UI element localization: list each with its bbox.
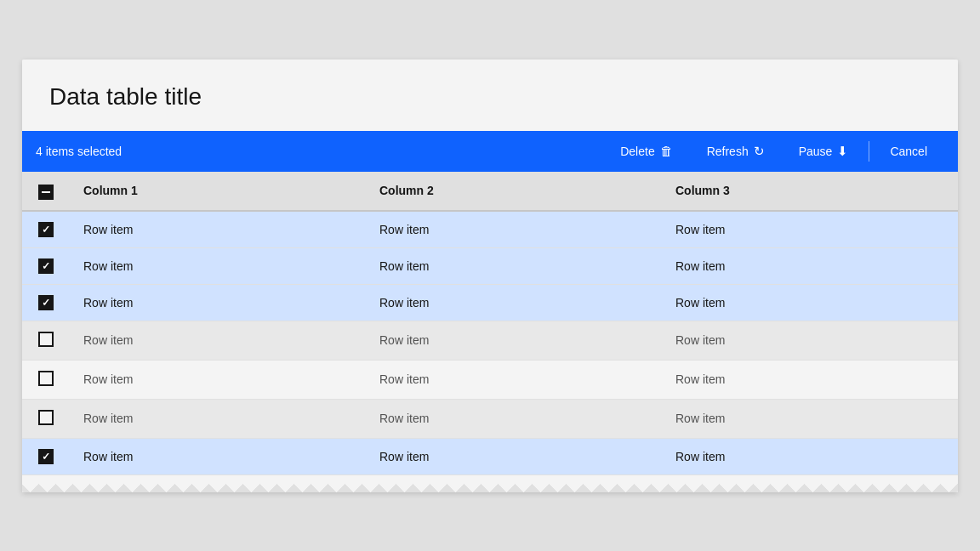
row-checkbox-cell[interactable] xyxy=(22,360,70,399)
delete-button[interactable]: Delete 🗑 xyxy=(603,131,689,172)
row-col1-cell: Row item xyxy=(70,211,366,248)
row-col2-cell: Row item xyxy=(366,247,662,284)
pause-label: Pause xyxy=(799,145,833,158)
row-col2-cell: Row item xyxy=(366,360,662,399)
cancel-label: Cancel xyxy=(890,145,927,158)
unchecked-checkbox[interactable] xyxy=(38,332,54,347)
delete-icon: 🗑 xyxy=(660,144,673,158)
row-col1-cell: Row item xyxy=(70,360,366,399)
row-col3-cell: Row item xyxy=(662,284,958,321)
checked-checkbox[interactable] xyxy=(38,449,54,464)
row-col2-cell: Row item xyxy=(366,321,662,360)
row-col2-cell: Row item xyxy=(366,211,662,248)
select-all-header[interactable] xyxy=(22,172,70,211)
row-col1-cell: Row item xyxy=(70,284,366,321)
table-row: Row itemRow itemRow item xyxy=(22,284,958,321)
row-col3-cell: Row item xyxy=(662,211,958,248)
row-col3-cell: Row item xyxy=(662,360,958,399)
data-table-card: Data table title 4 items selected Delete… xyxy=(22,60,958,492)
row-col1-cell: Row item xyxy=(70,321,366,360)
refresh-label: Refresh xyxy=(707,145,749,158)
row-col1-cell: Row item xyxy=(70,247,366,284)
unchecked-checkbox[interactable] xyxy=(38,410,54,425)
row-col3-cell: Row item xyxy=(662,321,958,360)
column-1-header: Column 1 xyxy=(70,172,366,211)
checked-checkbox[interactable] xyxy=(38,222,54,237)
row-col2-cell: Row item xyxy=(366,399,662,438)
table-row: Row itemRow itemRow item xyxy=(22,247,958,284)
table-row: Row itemRow itemRow item xyxy=(22,211,958,248)
table-row: Row itemRow itemRow item xyxy=(22,360,958,399)
row-col1-cell: Row item xyxy=(70,438,366,474)
pause-button[interactable]: Pause ⬇ xyxy=(782,131,866,172)
row-checkbox-cell[interactable] xyxy=(22,284,70,321)
indeterminate-checkbox[interactable] xyxy=(38,185,54,200)
row-col2-cell: Row item xyxy=(366,438,662,474)
data-table: Column 1 Column 2 Column 3 Row itemRow i… xyxy=(22,172,958,475)
table-row: Row itemRow itemRow item xyxy=(22,321,958,360)
row-checkbox-cell[interactable] xyxy=(22,247,70,284)
checked-checkbox[interactable] xyxy=(38,295,54,310)
table-row: Row itemRow itemRow item xyxy=(22,399,958,438)
row-col3-cell: Row item xyxy=(662,438,958,474)
refresh-icon: ↻ xyxy=(754,144,765,159)
delete-label: Delete xyxy=(620,145,654,158)
cancel-button[interactable]: Cancel xyxy=(873,131,944,172)
table-bottom-decoration xyxy=(22,475,958,492)
selected-count-label: 4 items selected xyxy=(36,145,603,158)
checked-checkbox[interactable] xyxy=(38,258,54,274)
pause-icon: ⬇ xyxy=(837,144,848,159)
row-col2-cell: Row item xyxy=(366,284,662,321)
toolbar-divider xyxy=(869,141,869,162)
row-checkbox-cell[interactable] xyxy=(22,399,70,438)
column-3-header: Column 3 xyxy=(662,172,958,211)
table-header-row: Column 1 Column 2 Column 3 xyxy=(22,172,958,211)
column-2-header: Column 2 xyxy=(366,172,662,211)
card-header: Data table title xyxy=(22,60,958,131)
refresh-button[interactable]: Refresh ↻ xyxy=(690,131,782,172)
row-checkbox-cell[interactable] xyxy=(22,211,70,248)
unchecked-checkbox[interactable] xyxy=(38,371,54,386)
page-title: Data table title xyxy=(49,83,931,111)
table-toolbar: 4 items selected Delete 🗑 Refresh ↻ Paus… xyxy=(22,131,958,172)
toolbar-actions: Delete 🗑 Refresh ↻ Pause ⬇ Cancel xyxy=(603,131,944,172)
row-col3-cell: Row item xyxy=(662,247,958,284)
row-col1-cell: Row item xyxy=(70,399,366,438)
table-row: Row itemRow itemRow item xyxy=(22,438,958,474)
row-checkbox-cell[interactable] xyxy=(22,438,70,474)
row-col3-cell: Row item xyxy=(662,399,958,438)
row-checkbox-cell[interactable] xyxy=(22,321,70,360)
